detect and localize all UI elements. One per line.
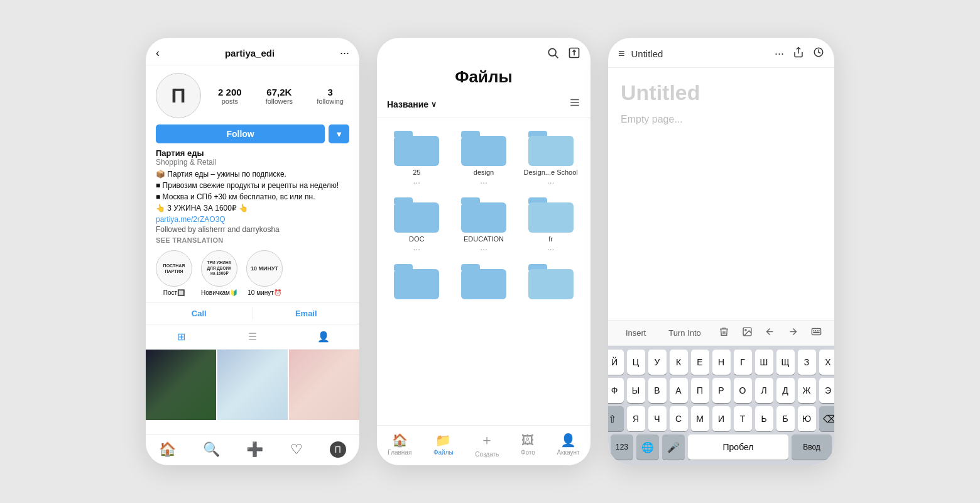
key-я[interactable]: Я — [627, 406, 645, 431]
nav-search-icon[interactable]: 🔍 — [203, 441, 220, 458]
arrow-right-icon[interactable] — [788, 326, 798, 340]
nav-home[interactable]: 🏠 Главная — [388, 433, 411, 456]
key-ц[interactable]: Ц — [627, 350, 645, 375]
delete-icon[interactable] — [719, 326, 729, 340]
insert-button[interactable]: Insert — [621, 326, 651, 340]
more-icon[interactable]: ··· — [775, 47, 784, 60]
compose-icon[interactable] — [568, 47, 580, 62]
key-д[interactable]: Д — [776, 378, 795, 403]
key-а[interactable]: А — [670, 378, 688, 403]
grid-view-icon[interactable] — [569, 97, 580, 111]
turn-into-button[interactable]: Turn Into — [663, 326, 706, 340]
folder-item[interactable]: 25 ··· — [383, 124, 450, 191]
bio-link[interactable]: partiya.me/2rZAO3Q — [156, 215, 349, 224]
nav-photo[interactable]: 🖼 Фото — [521, 433, 535, 456]
key-е[interactable]: Е — [691, 350, 709, 375]
key-ч[interactable]: Ч — [648, 406, 667, 431]
nav-profile-icon[interactable]: П — [330, 441, 346, 458]
key-у[interactable]: У — [648, 350, 667, 375]
folder-item[interactable] — [450, 258, 518, 307]
nav-create[interactable]: ＋ Создать — [475, 431, 499, 458]
nav-account[interactable]: 👤 Аккаунт — [557, 433, 579, 456]
see-translation[interactable]: SEE TRANSLATION — [156, 236, 349, 244]
grid-item[interactable] — [289, 350, 359, 420]
key-в[interactable]: В — [648, 378, 667, 403]
key-л[interactable]: Л — [755, 378, 773, 403]
folder-item[interactable] — [383, 258, 450, 307]
enter-key[interactable]: Ввод — [792, 434, 832, 460]
highlight-item[interactable]: 10 МИНУТ 10 минут⏰ — [246, 250, 283, 296]
key-м[interactable]: М — [691, 406, 709, 431]
globe-key[interactable]: 🌐 — [636, 434, 659, 460]
more-icon[interactable]: ··· — [340, 47, 349, 60]
back-icon[interactable]: ‹ — [156, 47, 160, 60]
image-icon[interactable] — [742, 326, 753, 340]
search-icon[interactable] — [547, 47, 559, 62]
photo-grid — [146, 350, 359, 420]
bio-text: 📦 Партия еды – ужины по подписке. ■ Прив… — [156, 169, 349, 214]
tab-grid[interactable]: ⊞ — [146, 324, 217, 349]
key-к[interactable]: К — [670, 350, 688, 375]
svg-rect-13 — [812, 328, 820, 334]
microphone-key[interactable]: 🎤 — [662, 434, 685, 460]
follow-dropdown-button[interactable]: ▼ — [329, 124, 349, 143]
highlight-item[interactable]: ТРИ УЖИНАДЛЯ ДВОИХна 1600₽ Новичкам🔰 — [201, 250, 237, 296]
key-э[interactable]: Э — [819, 378, 835, 403]
key-п[interactable]: П — [691, 378, 709, 403]
grid-item[interactable] — [217, 350, 288, 420]
svg-point-10 — [744, 329, 746, 330]
share-icon[interactable] — [793, 47, 804, 61]
key-ь[interactable]: Ь — [755, 406, 773, 431]
nav-home-icon[interactable]: 🏠 — [159, 441, 176, 458]
key-р[interactable]: Р — [712, 378, 731, 403]
grid-item[interactable] — [146, 350, 216, 420]
space-key[interactable]: Пробел — [688, 434, 788, 460]
bio-name: Партия еды — [156, 148, 349, 158]
key-т[interactable]: Т — [734, 406, 752, 431]
nav-heart-icon[interactable]: ♡ — [290, 441, 303, 458]
tab-tagged[interactable]: 👤 — [288, 324, 359, 349]
folder-item[interactable]: EDUCATION ··· — [450, 191, 518, 258]
call-button[interactable]: Call — [146, 303, 253, 324]
key-ы[interactable]: Ы — [627, 378, 645, 403]
sort-label[interactable]: Название ∨ — [387, 99, 437, 109]
shift-key[interactable]: ⇧ — [608, 406, 624, 431]
folder-item[interactable]: Design...e School ··· — [517, 124, 584, 191]
key-й[interactable]: Й — [608, 350, 624, 375]
folder-item[interactable]: DOC ··· — [383, 191, 450, 258]
folder-item[interactable]: fr ··· — [517, 191, 584, 258]
key-б[interactable]: Б — [776, 406, 795, 431]
key-о[interactable]: О — [734, 378, 752, 403]
key-ш[interactable]: Ш — [755, 350, 773, 375]
nav-add-icon[interactable]: ➕ — [246, 441, 263, 458]
profile-tabs: ⊞ ☰ 👤 — [146, 324, 359, 350]
email-button[interactable]: Email — [253, 303, 360, 324]
key-и[interactable]: И — [712, 406, 731, 431]
key-с[interactable]: С — [670, 406, 688, 431]
key-ф[interactable]: Ф — [608, 378, 624, 403]
key-ю[interactable]: Ю — [798, 406, 816, 431]
tab-list[interactable]: ☰ — [217, 324, 288, 349]
keyboard-icon[interactable] — [811, 326, 822, 340]
bio-category: Shopping & Retail — [156, 158, 349, 167]
highlight-item[interactable]: ПОСТНАЯПАРТИЯ Пост🔲 — [156, 250, 192, 296]
nav-files[interactable]: 📁 Файлы — [433, 433, 454, 456]
numbers-key[interactable]: 123 — [611, 434, 633, 460]
follow-button[interactable]: Follow — [156, 124, 325, 143]
key-х[interactable]: Х — [819, 350, 835, 375]
backspace-key[interactable]: ⌫ — [819, 406, 835, 431]
folder-item[interactable] — [517, 258, 584, 307]
hamburger-icon[interactable]: ≡ — [618, 47, 625, 60]
contact-row: Call Email — [146, 302, 359, 324]
key-г[interactable]: Г — [734, 350, 752, 375]
files-title: Файлы — [377, 67, 591, 97]
arrow-left-icon[interactable] — [765, 326, 775, 340]
key-щ[interactable]: Щ — [776, 350, 795, 375]
folder-item[interactable]: design ··· — [450, 124, 518, 191]
key-з[interactable]: З — [798, 350, 816, 375]
highlights-row: ПОСТНАЯПАРТИЯ Пост🔲 ТРИ УЖИНАДЛЯ ДВОИХна… — [146, 244, 359, 302]
home-icon: 🏠 — [392, 433, 408, 448]
history-icon[interactable] — [813, 47, 824, 61]
key-н[interactable]: Н — [712, 350, 731, 375]
key-ж[interactable]: Ж — [798, 378, 816, 403]
